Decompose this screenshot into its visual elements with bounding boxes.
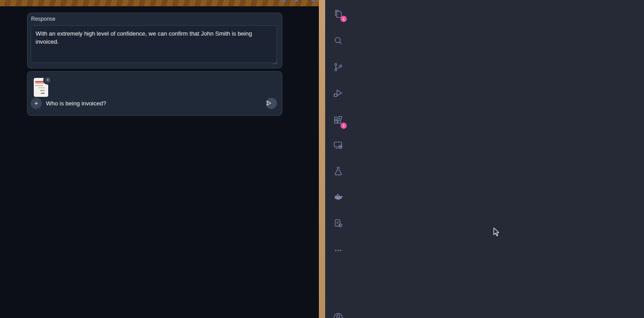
docker-icon[interactable] [332, 191, 344, 203]
send-button[interactable] [266, 98, 277, 109]
explorer-icon[interactable]: 1 [332, 8, 344, 20]
doc-line [38, 87, 45, 88]
multimodal-input-block [27, 71, 282, 116]
chat-input[interactable]: Who is being invoiced? [46, 100, 106, 107]
doc-line [40, 90, 45, 91]
upload-plus-button[interactable]: + [31, 98, 42, 109]
send-icon [266, 100, 272, 106]
badge: 1 [340, 16, 347, 22]
desktop-wallpaper-strip [319, 0, 325, 318]
extensions-icon[interactable]: 1 [332, 115, 344, 127]
badge: 1 [340, 123, 347, 129]
more-icon[interactable] [332, 245, 344, 256]
doc-line [35, 85, 43, 86]
response-label: Response [31, 16, 55, 22]
toolbar-fragment [282, 0, 286, 1]
response-text: With an extremely high level of confiden… [36, 30, 252, 45]
toolbar-fragment [312, 0, 315, 1]
account-icon[interactable] [332, 312, 344, 318]
tasks-icon[interactable] [332, 218, 344, 229]
toolbar-fragment [295, 0, 298, 1]
testing-icon[interactable] [332, 165, 344, 177]
doc-signature [41, 93, 45, 94]
vscode-window: app.pydemo.py_client.py~/.../python3.11/… [325, 0, 644, 318]
browser-top-edge [0, 0, 319, 6]
remote-explorer-icon[interactable] [332, 140, 344, 151]
screen: Response With an extremely high level of… [0, 0, 644, 318]
source-control-icon[interactable] [332, 61, 344, 73]
mouse-cursor [493, 227, 500, 237]
search-icon[interactable] [332, 35, 344, 47]
attachment-close-button[interactable]: × [43, 76, 52, 85]
response-textarea[interactable]: With an extremely high level of confiden… [31, 25, 277, 63]
run-debug-icon[interactable] [332, 87, 344, 99]
gradio-app-window: Response With an extremely high level of… [0, 0, 319, 318]
